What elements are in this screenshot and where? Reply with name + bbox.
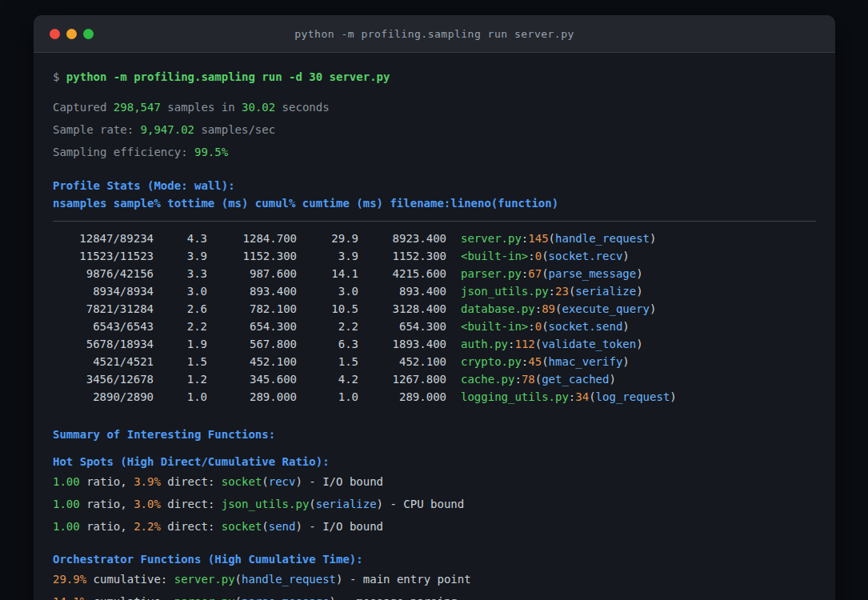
paren: ) <box>650 302 656 315</box>
cumul-pct-cell: 10.5 <box>297 300 358 318</box>
text-segment: direct: <box>161 498 222 510</box>
terminal-content: $ python -m profiling.sampling run -d 30… <box>34 53 835 600</box>
stats-table-row: 8934/89343.0893.4003.0893.400json_utils.… <box>53 282 816 300</box>
location-cell: json_utils.py:23(serialize) <box>446 282 643 300</box>
orchestrators-heading: Orchestrator Functions (High Cumulative … <box>53 550 816 568</box>
text-segment: - main entry point <box>342 573 470 586</box>
summary-heading: Summary of Interesting Functions: <box>53 426 816 443</box>
tottime-cell: 1152.300 <box>207 247 297 265</box>
cumtime-cell: 654.300 <box>358 318 446 335</box>
colon: : <box>535 302 542 315</box>
paren: ) <box>609 373 615 386</box>
cumtime-cell: 893.400 <box>358 282 446 300</box>
stats-table-row: 12847/892344.31284.70029.98923.400server… <box>53 230 816 247</box>
line-number: 112 <box>514 338 534 350</box>
nsamples-cell: 8934/8934 <box>53 282 154 300</box>
cumul-pct-cell: 3.0 <box>297 282 358 300</box>
colon: : <box>528 250 534 262</box>
location-cell: logging_utils.py:34(log_request) <box>446 388 677 406</box>
text-segment: direct: <box>161 475 222 488</box>
cumtime-cell: 1152.300 <box>358 247 446 265</box>
profile-stats-header: Profile Stats (Mode: wall): nsamples sam… <box>53 177 816 212</box>
location-cell: <built-in>:0(socket.send) <box>446 318 630 335</box>
paren: ) <box>636 338 642 350</box>
cumtime-cell: 4215.600 <box>358 265 446 282</box>
line-number: 0 <box>535 320 542 333</box>
table-columns-header: nsamples sample% tottime (ms) cumul% cum… <box>53 194 816 212</box>
sample-pct-cell: 1.5 <box>154 353 207 370</box>
minimize-button[interactable] <box>66 29 77 39</box>
text-segment: cumulative: <box>86 573 174 586</box>
cumul-pct-cell: 14.1 <box>297 265 358 282</box>
paren: ( <box>535 373 542 386</box>
cumul-pct-cell: 4.2 <box>297 370 358 388</box>
line-number: 0 <box>535 250 542 262</box>
file-name: parser.py <box>461 267 522 280</box>
colon: : <box>514 373 521 386</box>
capture-stat-line: Sampling efficiency: 99.5% <box>53 141 816 163</box>
nsamples-cell: 7821/31284 <box>53 300 154 318</box>
profile-stats-heading: Profile Stats (Mode: wall): <box>53 177 816 194</box>
location-cell: parser.py:67(parse_message) <box>446 265 643 282</box>
capture-stat-line: Captured 298,547 samples in 30.02 second… <box>53 96 816 118</box>
function-name: handle_request <box>555 232 650 245</box>
text-segment: Sampling efficiency: <box>53 146 194 158</box>
cumtime-cell: 452.100 <box>358 353 446 370</box>
hot-spots-list: 1.00 ratio, 3.9% direct: socket(recv) - … <box>53 470 816 538</box>
command-line: $ python -m profiling.sampling run -d 30… <box>53 68 816 86</box>
line-number: 145 <box>528 232 548 245</box>
paren: ) <box>622 355 629 368</box>
orchestrator-line: 29.9% cumulative: server.py(handle_reque… <box>53 568 816 590</box>
line-number: 45 <box>528 355 542 368</box>
file-name: cache.py <box>461 373 514 386</box>
text-segment: Captured <box>53 101 114 114</box>
paren: ) <box>636 267 642 280</box>
colon: : <box>528 320 534 333</box>
paren: ) <box>622 250 629 262</box>
text-segment: handle_request <box>242 573 336 586</box>
window-controls <box>50 15 94 52</box>
location-cell: database.py:89(execute_query) <box>446 300 656 318</box>
text-segment: parse_message <box>242 595 330 600</box>
text-segment: 1.00 <box>53 520 80 533</box>
close-button[interactable] <box>50 29 60 39</box>
nsamples-cell: 5678/18934 <box>53 335 154 353</box>
tottime-cell: 345.600 <box>207 370 297 388</box>
file-name: auth.py <box>461 338 508 350</box>
line-number: 67 <box>528 267 542 280</box>
text-segment: Sample rate: <box>53 123 141 136</box>
location-cell: <built-in>:0(socket.recv) <box>446 247 630 265</box>
nsamples-cell: 11523/11523 <box>53 247 154 265</box>
zoom-button[interactable] <box>83 29 94 39</box>
sample-pct-cell: 1.2 <box>154 370 207 388</box>
text-segment: 3.0% <box>134 498 161 510</box>
paren: ( <box>542 320 548 333</box>
sample-pct-cell: 3.9 <box>154 247 207 265</box>
nsamples-cell: 2890/2890 <box>53 388 154 406</box>
text-segment: ) <box>295 475 302 488</box>
text-segment: 30.02 <box>242 101 275 114</box>
paren: ) <box>650 232 656 245</box>
stats-table-row: 11523/115233.91152.3003.91152.300<built-… <box>53 247 816 265</box>
command-text: python -m profiling.sampling run -d 30 s… <box>66 70 390 83</box>
tottime-cell: 567.800 <box>207 335 297 353</box>
cumul-pct-cell: 6.3 <box>297 335 358 353</box>
location-cell: cache.py:78(get_cached) <box>446 370 616 388</box>
text-segment: cumulative: <box>86 595 174 600</box>
capture-stat-line: Sample rate: 9,947.02 samples/sec <box>53 118 816 141</box>
paren: ) <box>670 390 676 403</box>
nsamples-cell: 3456/12678 <box>53 370 154 388</box>
text-segment: 14.1% <box>53 595 86 600</box>
function-name: validate_token <box>542 338 636 350</box>
text-segment: socket <box>222 520 262 533</box>
text-segment: 99.5% <box>194 146 228 158</box>
text-segment: ratio, <box>80 520 134 533</box>
paren: ) <box>636 285 642 298</box>
function-name: serialize <box>575 285 636 298</box>
cumul-pct-cell: 3.9 <box>297 247 358 265</box>
text-segment: json_utils.py <box>222 498 310 510</box>
file-name: crypto.py <box>461 355 522 368</box>
text-segment: seconds <box>275 101 329 114</box>
text-segment: 298,547 <box>114 101 161 114</box>
text-segment: 1.00 <box>53 498 80 510</box>
